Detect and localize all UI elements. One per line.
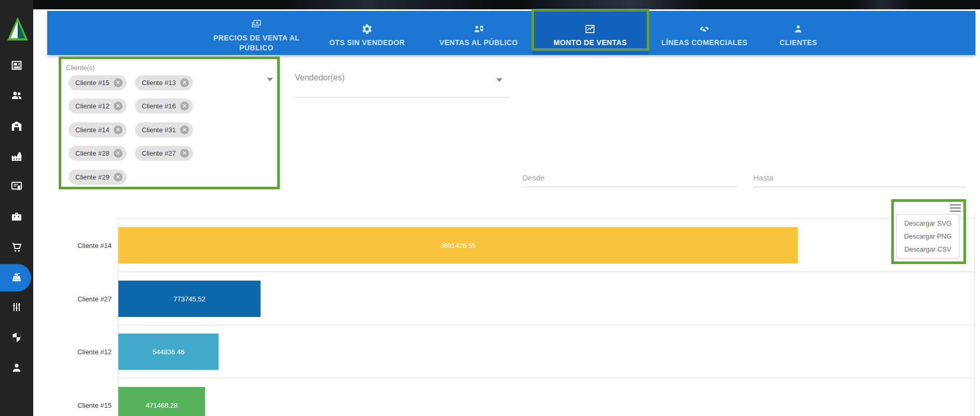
sidebar-item-factory-icon[interactable] <box>10 150 23 162</box>
bar-value-label: 471468.28 <box>146 401 178 409</box>
tab-label: OTS SIN VENDEDOR <box>329 38 405 47</box>
bar-cliente-14: 3691426.55 <box>118 227 798 264</box>
vendors-select-label[interactable]: Vendedor(es) <box>295 73 345 82</box>
tab-lineas-comerciales[interactable]: LÍNEAS COMERCIALES <box>661 11 747 55</box>
person-card-icon <box>473 23 484 35</box>
client-chip[interactable]: Cliente #27 ✕ <box>135 146 193 161</box>
clients-select-chevron-down-icon[interactable] <box>267 78 273 81</box>
date-to-input[interactable]: Hasta <box>753 173 773 182</box>
date-to-underline <box>753 187 967 187</box>
handshake-icon <box>699 23 710 35</box>
bar-cliente-15: 471468.28 <box>118 387 205 416</box>
chip-close-icon[interactable]: ✕ <box>180 78 189 87</box>
chip-label: Cliente #29 <box>75 173 110 181</box>
background-artifact <box>280 0 498 9</box>
tab-ventas-al-publico[interactable]: VENTAS AL PÚBLICO <box>439 11 518 55</box>
chip-close-icon[interactable]: ✕ <box>114 149 122 158</box>
sidebar <box>0 0 33 416</box>
vendors-select-underline <box>295 97 509 98</box>
bar-value-label: 773745.52 <box>173 295 205 303</box>
client-chip[interactable]: Cliente #12 ✕ <box>69 99 127 114</box>
chart-category-label: Cliente #12 <box>34 348 112 356</box>
sidebar-item-news-icon[interactable] <box>10 59 23 72</box>
sidebar-item-warehouse-icon[interactable] <box>10 120 23 132</box>
sidebar-item-certificate-icon[interactable] <box>10 180 23 192</box>
chart-gridline <box>118 378 975 379</box>
client-chip[interactable]: Cliente #31 ✕ <box>135 122 193 137</box>
chip-close-icon[interactable]: ✕ <box>114 173 122 182</box>
clients-select-label: Cliente(s) <box>66 64 95 72</box>
tab-label: LÍNEAS COMERCIALES <box>661 38 747 47</box>
bar-cliente-27: 773745.52 <box>118 281 261 317</box>
sidebar-item-shield-icon[interactable] <box>10 331 23 344</box>
tab-precios-de-venta-al-publico[interactable]: PRECIOS DE VENTA AL PÚBLICO <box>212 11 301 55</box>
chip-label: Cliente #14 <box>75 126 110 134</box>
bar-value-label: 3691426.55 <box>440 242 476 249</box>
tab-clientes[interactable]: CLIENTES <box>780 11 817 55</box>
chip-label: Cliente #12 <box>75 102 110 110</box>
banknotes-icon <box>251 19 262 30</box>
company-triangle-logo <box>7 17 29 41</box>
background-artifact <box>851 0 914 9</box>
sidebar-item-briefcase-icon[interactable] <box>10 211 23 223</box>
tab-ots-sin-vendedor[interactable]: OTS SIN VENDEDOR <box>329 11 405 55</box>
vendors-select-chevron-down-icon[interactable] <box>496 78 502 82</box>
sidebar-item-user-icon[interactable] <box>10 362 23 374</box>
chip-label: Cliente #15 <box>75 79 110 87</box>
chart-gridline <box>118 218 975 219</box>
menu-item-descargar-csv[interactable]: Descargar CSV <box>904 245 951 253</box>
chart-gridline <box>118 325 975 326</box>
date-from-underline <box>522 187 738 187</box>
tab-label: CLIENTES <box>780 38 817 47</box>
menu-item-descargar-svg[interactable]: Descargar SVG <box>904 219 951 227</box>
chart-export-menu: Descargar SVG Descargar PNG Descargar CS… <box>896 214 959 258</box>
sidebar-item-cart-icon[interactable] <box>10 241 23 254</box>
background-window-strip <box>0 0 980 9</box>
bar-cliente-12: 544836.46 <box>118 334 219 370</box>
sidebar-item-sliders-icon[interactable] <box>10 301 23 313</box>
chart-gridline <box>118 271 975 272</box>
client-chip[interactable]: Cliente #29 ✕ <box>69 170 127 185</box>
sidebar-item-people-icon[interactable] <box>10 89 23 102</box>
tab-label: MONTO DE VENTAS <box>554 38 627 47</box>
tab-label: VENTAS AL PÚBLICO <box>439 38 518 47</box>
chip-label: Cliente #28 <box>75 149 110 157</box>
chip-close-icon[interactable]: ✕ <box>180 126 189 134</box>
top-navbar: PRECIOS DE VENTA AL PÚBLICO OTS SIN VEND… <box>47 11 975 55</box>
bar-value-label: 544836.46 <box>153 348 184 356</box>
chart-category-label: Cliente #15 <box>34 401 112 409</box>
client-chip[interactable]: Cliente #13 ✕ <box>135 75 193 90</box>
client-chip[interactable]: Cliente #15 ✕ <box>69 75 127 90</box>
sidebar-item-cash-register-icon[interactable] <box>10 271 23 284</box>
app-screen: PRECIOS DE VENTA AL PÚBLICO OTS SIN VEND… <box>0 0 980 416</box>
chart-category-label: Cliente #14 <box>34 242 112 249</box>
background-artifact <box>519 0 706 9</box>
chip-close-icon[interactable]: ✕ <box>114 126 122 134</box>
chart-hamburger-menu-icon[interactable] <box>950 204 961 212</box>
chip-label: Cliente #31 <box>142 126 176 134</box>
chip-label: Cliente #16 <box>142 102 176 110</box>
chip-close-icon[interactable]: ✕ <box>114 102 122 110</box>
menu-item-descargar-png[interactable]: Descargar PNG <box>904 232 952 240</box>
client-chip[interactable]: Cliente #16 ✕ <box>135 99 193 114</box>
client-chip[interactable]: Cliente #28 ✕ <box>69 146 127 161</box>
client-chip[interactable]: Cliente #14 ✕ <box>69 122 127 137</box>
chart-right-border <box>974 214 975 416</box>
chip-close-icon[interactable]: ✕ <box>180 149 189 158</box>
line-chart-icon <box>584 23 596 35</box>
person-icon <box>793 23 804 35</box>
gear-icon <box>361 23 373 35</box>
date-from-input[interactable]: Desde <box>522 173 545 182</box>
chip-close-icon[interactable]: ✕ <box>114 78 122 87</box>
chip-label: Cliente #27 <box>142 149 176 157</box>
tab-label: PRECIOS DE VENTA AL PÚBLICO <box>212 33 301 52</box>
chip-close-icon[interactable]: ✕ <box>180 102 189 110</box>
chart-category-label: Cliente #27 <box>34 295 112 303</box>
chip-label: Cliente #13 <box>142 79 176 87</box>
tab-monto-de-ventas[interactable]: MONTO DE VENTAS <box>554 11 627 55</box>
